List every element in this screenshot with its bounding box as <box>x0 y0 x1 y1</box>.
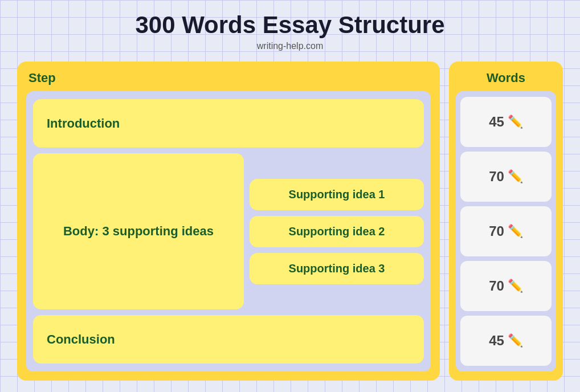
supporting-idea-1-box: Supporting idea 1 <box>250 179 424 210</box>
pencil-icon-2: ✏️ <box>508 224 523 239</box>
pencil-icon-1: ✏️ <box>508 169 523 184</box>
words-panel: Words 45 ✏️ 70 ✏️ 70 ✏️ 70 ✏️ 45 ✏️ <box>449 62 563 381</box>
body-row: Body: 3 supporting ideas Supporting idea… <box>33 153 424 309</box>
step-panel-label: Step <box>26 71 431 85</box>
conclusion-box: Conclusion <box>33 315 424 364</box>
word-value-1: 70 <box>489 169 504 185</box>
word-entry-3: 70 ✏️ <box>460 261 552 311</box>
word-entry-4: 45 ✏️ <box>460 316 552 366</box>
words-panel-label: Words <box>456 71 556 85</box>
supporting-idea-3-label: Supporting idea 3 <box>289 262 385 275</box>
body-box: Body: 3 supporting ideas <box>33 153 244 309</box>
supporting-ideas-column: Supporting idea 1 Supporting idea 2 Supp… <box>250 153 424 309</box>
word-value-4: 45 <box>489 333 504 349</box>
pencil-icon-3: ✏️ <box>508 279 523 293</box>
supporting-idea-3-box: Supporting idea 3 <box>250 253 424 284</box>
introduction-label: Introduction <box>47 116 120 131</box>
page-subtitle: writing-help.com <box>257 41 323 51</box>
supporting-idea-2-label: Supporting idea 2 <box>289 225 385 238</box>
word-value-2: 70 <box>489 223 504 239</box>
supporting-idea-1-label: Supporting idea 1 <box>289 188 385 201</box>
word-entry-0: 45 ✏️ <box>460 97 552 147</box>
step-content-area: Introduction Body: 3 supporting ideas Su… <box>26 91 431 371</box>
pencil-icon-0: ✏️ <box>508 115 523 129</box>
pencil-icon-4: ✏️ <box>508 333 523 348</box>
body-label: Body: 3 supporting ideas <box>63 224 214 239</box>
main-layout: Step Introduction Body: 3 supporting ide… <box>17 62 563 381</box>
word-value-0: 45 <box>489 114 504 130</box>
word-entry-1: 70 ✏️ <box>460 152 552 202</box>
word-entry-2: 70 ✏️ <box>460 206 552 256</box>
word-value-3: 70 <box>489 278 504 294</box>
introduction-box: Introduction <box>33 99 424 148</box>
step-panel: Step Introduction Body: 3 supporting ide… <box>17 62 440 381</box>
words-content-area: 45 ✏️ 70 ✏️ 70 ✏️ 70 ✏️ 45 ✏️ <box>456 91 556 371</box>
page-title: 300 Words Essay Structure <box>135 11 444 39</box>
conclusion-label: Conclusion <box>47 332 115 347</box>
supporting-idea-2-box: Supporting idea 2 <box>250 216 424 247</box>
